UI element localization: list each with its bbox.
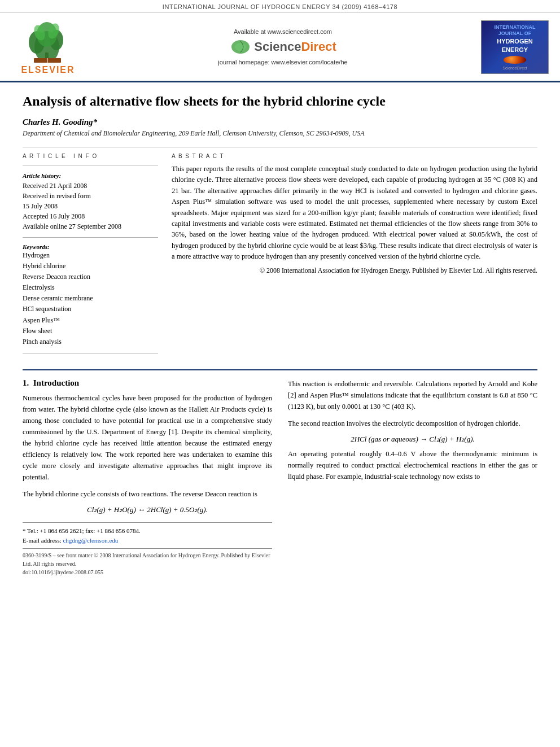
- section-divider: [23, 369, 537, 370]
- svg-point-10: [235, 43, 246, 51]
- keyword-item: Aspen Plus™: [23, 315, 158, 326]
- article-history: Article history: Received 21 April 2008 …: [23, 171, 158, 231]
- center-logos: Available at www.sciencedirect.com Scien…: [218, 28, 347, 65]
- keyword-item: Flow sheet: [23, 326, 158, 337]
- received-revised-label: Received in revised form: [23, 191, 158, 201]
- body-para5: An operating potential roughly 0.4–0.6 V…: [288, 448, 537, 482]
- footnote-email-label: E-mail address:: [23, 537, 63, 544]
- elsevier-tree-icon: [17, 19, 79, 64]
- abstract-text: This paper reports the results of the mo…: [172, 164, 537, 262]
- body-para1: Numerous thermochemical cycles have been…: [23, 392, 272, 483]
- footnote-tel: * Tel.: +1 864 656 2621; fax: +1 864 656…: [23, 526, 272, 536]
- equation2: 2HCl (gas or aqueous) → Cl₂(g) + H₂(g).: [288, 435, 537, 444]
- received-revised-date: 15 July 2008: [23, 201, 158, 211]
- copyright-text: © 2008 International Association for Hyd…: [172, 265, 537, 276]
- keywords-section: Keywords: HydrogenHybrid chlorineReverse…: [23, 243, 158, 348]
- hj-sphere-graphic: [504, 56, 526, 63]
- footnote-email-line: E-mail address: chgdng@clemson.edu: [23, 536, 272, 545]
- footnote-email: chgdng@clemson.edu: [63, 537, 118, 544]
- article-info-col: A R T I C L E I N F O Article history: R…: [23, 153, 158, 359]
- divider-2: [23, 165, 158, 165]
- hj-cover-title: International Journal of HYDROGEN ENERGY: [485, 24, 545, 54]
- keyword-item: Dense ceramic membrane: [23, 293, 158, 304]
- body-para4: The second reaction involves the electro…: [288, 418, 537, 429]
- keywords-label: Keywords:: [23, 243, 158, 250]
- article-history-label: Article history:: [23, 171, 158, 181]
- footer-doi: doi:10.1016/j.ijhydene.2008.07.055: [23, 568, 272, 576]
- journal-header-text: INTERNATIONAL JOURNAL OF HYDROGEN ENERGY…: [163, 3, 397, 10]
- logo-banner: ELSEVIER Available at www.sciencedirect.…: [0, 13, 560, 82]
- paper-content: Analysis of alternative flow sheets for …: [0, 82, 560, 588]
- section1-number: 1.: [23, 378, 29, 387]
- sciencedirect-leaf-icon: [229, 38, 252, 55]
- footer-issn: 0360-3199/$ – see front matter © 2008 In…: [23, 551, 272, 568]
- sciencedirect-text: ScienceDirect: [254, 40, 336, 54]
- available-online: Available online 27 September 2008: [23, 221, 158, 231]
- body-left-col: 1. Introduction Numerous thermochemical …: [23, 378, 272, 576]
- footer-bar: 0360-3199/$ – see front matter © 2008 In…: [23, 548, 272, 576]
- article-info-abstract: A R T I C L E I N F O Article history: R…: [23, 153, 537, 359]
- journal-homepage: journal homepage: www.elsevier.com/locat…: [218, 59, 347, 65]
- body-right-col: This reaction is endothermic and reversi…: [288, 378, 537, 576]
- body-para3: This reaction is endothermic and reversi…: [288, 378, 537, 412]
- elsevier-logo: ELSEVIER: [11, 19, 85, 75]
- body-content: 1. Introduction Numerous thermochemical …: [23, 378, 537, 576]
- keywords-list: HydrogenHybrid chlorineReverse Deacon re…: [23, 250, 158, 348]
- sciencedirect-logo: ScienceDirect: [229, 38, 336, 55]
- article-info-header: A R T I C L E I N F O: [23, 153, 158, 159]
- elsevier-wordmark: ELSEVIER: [21, 65, 75, 75]
- keyword-item: HCl sequestration: [23, 304, 158, 314]
- abstract-header: A B S T R A C T: [172, 153, 537, 159]
- abstract-col: A B S T R A C T This paper reports the r…: [172, 153, 537, 359]
- available-text: Available at www.sciencedirect.com: [234, 28, 332, 35]
- body-para2: The hybrid chlorine cycle consists of tw…: [23, 488, 272, 500]
- keyword-item: Reverse Deacon reaction: [23, 272, 158, 282]
- received-1: Received 21 April 2008: [23, 181, 158, 191]
- journal-header: INTERNATIONAL JOURNAL OF HYDROGEN ENERGY…: [0, 0, 560, 13]
- divider-1: [23, 147, 537, 147]
- divider-3: [23, 237, 158, 238]
- keyword-item: Hybrid chlorine: [23, 261, 158, 272]
- article-title: Analysis of alternative flow sheets for …: [23, 93, 537, 110]
- keyword-item: Hydrogen: [23, 250, 158, 261]
- hj-sd-logo: ScienceDirect: [502, 66, 527, 70]
- section1-heading: 1. Introduction: [23, 378, 272, 388]
- keyword-item: Electrolysis: [23, 282, 158, 293]
- accepted: Accepted 16 July 2008: [23, 211, 158, 221]
- divider-4: [23, 353, 158, 353]
- keyword-item: Pinch analysis: [23, 337, 158, 347]
- section1-title: Introduction: [33, 378, 79, 387]
- author-name: Charles H. Gooding*: [23, 117, 537, 127]
- hydrogen-journal-cover: International Journal of HYDROGEN ENERGY…: [481, 20, 549, 74]
- equation1: Cl₂(g) + H₂O(g) ↔ 2HCl(g) + 0.5O₂(g).: [23, 505, 272, 514]
- author-affiliation: Department of Chemical and Biomolecular …: [23, 129, 537, 138]
- footnote-area: * Tel.: +1 864 656 2621; fax: +1 864 656…: [23, 522, 272, 545]
